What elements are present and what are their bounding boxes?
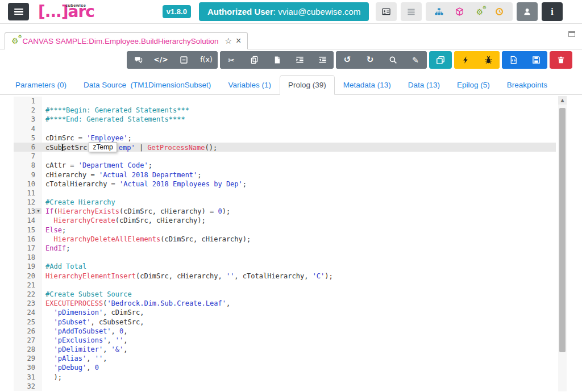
line-number[interactable]: 1	[14, 97, 42, 106]
code-line[interactable]: 2#****Begin: Generated Statements***	[14, 106, 556, 115]
line-number[interactable]: 15	[14, 226, 42, 235]
copy-button[interactable]	[243, 51, 265, 69]
tab-parameters[interactable]: Parameters (0)	[7, 75, 75, 95]
function-helper-button[interactable]: f(x)	[195, 51, 218, 69]
code-line[interactable]: 21	[14, 281, 556, 290]
line-number[interactable]: 32	[14, 382, 42, 391]
paste-button[interactable]	[265, 51, 288, 69]
line-number[interactable]: 16	[14, 235, 42, 244]
code-line[interactable]: 31 );	[14, 373, 556, 382]
tab-variables[interactable]: Variables (1)	[219, 75, 280, 95]
code-content[interactable]	[42, 124, 556, 134]
code-content[interactable]: 'pSubset', cSubsetSrc,	[42, 318, 556, 327]
view-source-button[interactable]	[502, 51, 525, 69]
code-content[interactable]: HierarchyElementInsert(cDimSrc, cHierarc…	[42, 272, 556, 281]
code-content[interactable]: cSubsetSrczTempemp' | GetProcessName();	[42, 143, 556, 152]
code-lines[interactable]: 12#****Begin: Generated Statements***3#*…	[14, 95, 556, 391]
code-line[interactable]: 10cTotalHierarchy = 'Actual 2018 Employe…	[14, 180, 556, 189]
code-line[interactable]: 18	[14, 253, 556, 262]
menu-button[interactable]	[8, 3, 29, 20]
code-content[interactable]: cDimSrc = 'Employee';	[42, 134, 556, 143]
code-content[interactable]: #Create Subset Source	[42, 290, 556, 299]
code-line[interactable]: 23EXECUTEPROCESS('Bedrock.Dim.Sub.Create…	[14, 299, 556, 308]
code-content[interactable]	[42, 281, 556, 290]
code-line[interactable]: 11	[14, 189, 556, 198]
code-content[interactable]	[42, 152, 556, 161]
line-number[interactable]: 29	[14, 354, 42, 363]
code-line[interactable]: 6cSubsetSrczTempemp' | GetProcessName();	[14, 143, 556, 152]
document-tab[interactable]: ⚙⚙ CANVAS SAMPLE:Dim.Employee.BuildHiera…	[5, 32, 248, 49]
code-content[interactable]: 'pDimension', cDimSrc,	[42, 308, 556, 317]
line-number[interactable]: 10	[14, 180, 42, 189]
code-content[interactable]: #Add Total	[42, 262, 556, 271]
code-line[interactable]: 17EndIf;	[14, 244, 556, 253]
line-number[interactable]: 27	[14, 336, 42, 345]
line-number[interactable]: 2	[14, 106, 42, 115]
code-content[interactable]	[42, 382, 556, 391]
user-profile-button[interactable]	[517, 2, 538, 21]
line-number[interactable]: 26	[14, 327, 42, 336]
code-line[interactable]: 30 'pDebug', 0	[14, 363, 556, 372]
code-content[interactable]: Else;	[42, 226, 556, 235]
line-number[interactable]: 4	[14, 124, 42, 134]
line-number[interactable]: 8	[14, 161, 42, 170]
code-content[interactable]: 'pExclusions', '',	[42, 336, 556, 345]
code-line[interactable]: 14 HierarchyCreate(cDimSrc, cHierarchy);	[14, 216, 556, 225]
line-number[interactable]: 19	[14, 262, 42, 271]
line-number[interactable]: 20	[14, 272, 42, 281]
comment-button[interactable]	[127, 51, 149, 69]
line-number[interactable]: 6	[14, 143, 42, 152]
code-content[interactable]: cHierarchy = 'Actual 2018 Department';	[42, 170, 556, 180]
code-line[interactable]: 27 'pExclusions', '',	[14, 336, 556, 345]
code-line[interactable]: 22#Create Subset Source	[14, 290, 556, 299]
code-line[interactable]: 13▾If(HierarchyExists(cDimSrc, cHierarch…	[14, 207, 556, 216]
code-content[interactable]: );	[42, 373, 556, 382]
code-line[interactable]: 28 'pDelimiter', '&',	[14, 345, 556, 354]
cut-button[interactable]: ✂	[220, 51, 243, 69]
undo-button[interactable]: ↺	[336, 51, 359, 69]
code-content[interactable]: #Create Hierarchy	[42, 198, 556, 207]
redo-button[interactable]: ↻	[359, 51, 381, 69]
code-content[interactable]	[42, 253, 556, 262]
line-number[interactable]: 21	[14, 281, 42, 290]
line-number[interactable]: 24	[14, 308, 42, 317]
code-line[interactable]: 5cDimSrc = 'Employee';	[14, 134, 556, 143]
line-number[interactable]: 13▾	[14, 207, 42, 216]
code-content[interactable]: 'pDebug', 0	[42, 363, 556, 372]
maximize-icon[interactable]	[568, 31, 575, 37]
code-content[interactable]: HierarchyCreate(cDimSrc, cHierarchy);	[42, 216, 556, 225]
code-line[interactable]: 29 'pAlias', '',	[14, 354, 556, 363]
code-content[interactable]: cAttr = 'Department Code';	[42, 161, 556, 170]
code-line[interactable]: 3#****End: Generated Statements****	[14, 115, 556, 124]
code-content[interactable]: 'pAddToSubset', 0,	[42, 327, 556, 336]
info-button[interactable]: i	[542, 2, 563, 21]
code-line[interactable]: 1	[14, 97, 556, 106]
delete-process-button[interactable]	[550, 51, 572, 69]
clone-process-button[interactable]	[429, 51, 452, 69]
line-number[interactable]: 5	[14, 134, 42, 143]
code-line[interactable]: 26 'pAddToSubset', 0,	[14, 327, 556, 336]
code-line[interactable]: 24 'pDimension', cDimSrc,	[14, 308, 556, 317]
line-number[interactable]: 28	[14, 345, 42, 354]
list-view-button[interactable]	[401, 2, 422, 21]
vertical-scrollbar[interactable]: ▲	[558, 96, 567, 391]
line-number[interactable]: 3	[14, 115, 42, 124]
code-line[interactable]: 32	[14, 382, 556, 391]
chores-icon[interactable]	[495, 7, 504, 16]
tab-metadata[interactable]: Metadata (13)	[335, 75, 400, 95]
fold-toggle-icon[interactable]: ▾	[35, 208, 41, 214]
code-line[interactable]: 4	[14, 124, 556, 134]
code-content[interactable]: If(HierarchyExists(cDimSrc, cHierarchy) …	[42, 207, 556, 216]
code-line[interactable]: 19#Add Total	[14, 262, 556, 271]
tab-breakpoints[interactable]: Breakpoints	[498, 75, 556, 95]
line-number[interactable]: 25	[14, 318, 42, 327]
code-editor[interactable]: 12#****Begin: Generated Statements***3#*…	[0, 95, 582, 391]
close-tab-icon[interactable]: ×	[236, 36, 241, 45]
line-number[interactable]: 17	[14, 244, 42, 253]
tab-data[interactable]: Data (13)	[400, 75, 448, 95]
code-content[interactable]: #****Begin: Generated Statements***	[42, 106, 556, 115]
processes-icon[interactable]: ⚙⚙	[476, 8, 483, 16]
search-button[interactable]	[381, 51, 404, 69]
tab-epilog[interactable]: Epilog (5)	[448, 75, 498, 95]
code-line[interactable]: 8cAttr = 'Department Code';	[14, 161, 556, 170]
